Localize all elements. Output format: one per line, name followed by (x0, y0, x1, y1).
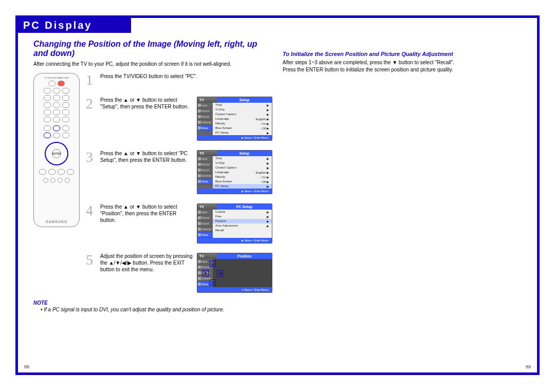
remote-brand: SAMSUNG (46, 220, 67, 223)
step-5: 5 Adjust the position of screen by press… (86, 253, 272, 293)
step-2: 2 Press the ▲ or ▼ button to select "Set… (86, 97, 272, 141)
step-text: Adjust the position of screen by pressin… (100, 253, 193, 273)
page-number-right: 89 (526, 364, 531, 369)
right-page: To Initialize the Screen Position and Pi… (278, 33, 527, 372)
osd-setup-2: TVSetup Input Picture Sound Channel Setu… (197, 150, 272, 194)
step-text: Press the TV/VIDEO button to select "PC"… (100, 73, 272, 80)
steps-column: 1 Press the TV/VIDEO button to select "P… (86, 73, 272, 293)
note-text: • If a PC signal is input to DVI, you ca… (41, 307, 272, 312)
step-number: 1 (86, 73, 96, 87)
step-4: 4 Press the ▲ or ▼ button to select "Pos… (86, 203, 272, 244)
step-text: Press the ▲ or ▼ button to select "Posit… (100, 203, 193, 223)
up-icon: ▲ (210, 260, 216, 267)
right-icon: ▶ (202, 270, 209, 276)
document-frame: PC Display Changing the Position of the … (15, 15, 540, 375)
section-header: PC Display (18, 18, 131, 33)
step-number: 3 (86, 150, 96, 164)
left-icon: ◀ (217, 270, 223, 276)
step-number: 4 (86, 203, 96, 218)
osd-setup-1: TVSetup Input Picture Sound Channel Setu… (197, 97, 272, 141)
remote-navigation-ring: ENTER (45, 142, 68, 165)
step-number: 2 (86, 97, 96, 111)
remote-enter-button: ENTER (52, 149, 61, 158)
step-3: 3 Press the ▲ or ▼ button to select "PC … (86, 150, 272, 194)
right-body-2: Press the ENTER button to initialize the… (283, 66, 522, 73)
osd-position: TVPosition Input Picture Sound Channel S… (197, 253, 272, 293)
remote-illustration: TV STB VCR CABLE DVD ENTER SAMSUNG (33, 73, 80, 227)
note-label: NOTE (33, 300, 272, 306)
steps-area: TV STB VCR CABLE DVD ENTER SAMSUNG (33, 73, 272, 293)
down-icon: ▼ (210, 279, 216, 286)
step-text: Press the ▲ or ▼ button to select "PC Se… (100, 150, 193, 163)
page-subheading: Changing the Position of the Image (Movi… (33, 40, 272, 58)
page-number-left: 88 (24, 364, 29, 369)
step-1: 1 Press the TV/VIDEO button to select "P… (86, 73, 272, 87)
remote-top-labels: TV STB VCR CABLE DVD (44, 77, 68, 79)
right-subheading: To Initialize the Screen Position and Pi… (283, 51, 522, 57)
osd-pcsetup: TVPC Setup Input Picture Sound Channel S… (197, 203, 272, 244)
intro-text: After connecting the TV to your PC, adju… (33, 61, 272, 67)
step-number: 5 (86, 253, 96, 267)
two-page-spread: Changing the Position of the Image (Movi… (18, 33, 537, 372)
step-text: Press the ▲ or ▼ button to select "Setup… (100, 97, 193, 110)
left-page: Changing the Position of the Image (Movi… (28, 33, 278, 372)
right-body-1: After steps 1~3 above are completed, pre… (283, 59, 522, 66)
